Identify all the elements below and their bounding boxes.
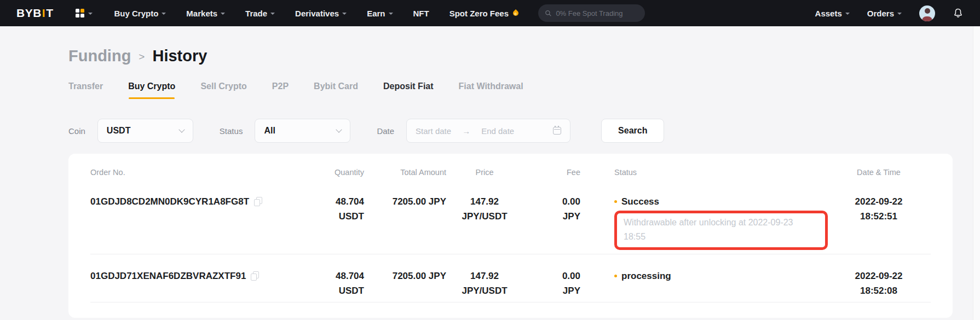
order-no-value: 01GDJD8CD2MN0DK9CYR1A8FG8T (90, 194, 249, 209)
coin-select-value: USDT (107, 126, 180, 136)
start-date-placeholder: Start date (416, 126, 451, 136)
nav-label: Assets (815, 9, 842, 18)
tab-transfer[interactable]: Transfer (68, 82, 103, 99)
logo-text: BYB (16, 7, 42, 20)
main-nav: Buy Crypto Markets Trade Derivatives Ear… (114, 9, 519, 18)
apps-menu-button[interactable] (76, 9, 93, 18)
nav-item-spot-zero-fees[interactable]: Spot Zero Fees (449, 9, 518, 18)
fee-cell: 0.00 JPY (523, 269, 580, 298)
nav-search-box[interactable] (538, 4, 645, 22)
notification-bell-icon[interactable] (953, 8, 964, 19)
fee-cell: 0.00 JPY (523, 194, 580, 224)
date-value: 2022-09-22 (827, 194, 931, 209)
bybit-logo[interactable]: BYBIT (16, 7, 54, 20)
price-unit: JPY/USDT (446, 209, 523, 224)
time-value: 18:52:51 (827, 209, 931, 224)
order-no-cell: 01GDJD71XENAF6DZBVRAZXTF91 (90, 269, 309, 283)
header-order-no: Order No. (90, 168, 309, 177)
nav-item-buy-crypto[interactable]: Buy Crypto (114, 9, 166, 18)
copy-icon[interactable] (254, 197, 262, 206)
chevron-down-icon (336, 126, 342, 132)
annotation-highlight-box: Withdrawable after unlocking at 2022-09-… (614, 211, 828, 250)
fee-unit: JPY (523, 283, 580, 298)
nav-item-nft[interactable]: NFT (413, 9, 429, 18)
status-cell: processing (580, 269, 827, 283)
nav-label: Buy Crypto (114, 9, 159, 18)
date-time-cell: 2022-09-22 18:52:08 (827, 269, 931, 298)
tab-deposit-fiat[interactable]: Deposit Fiat (383, 82, 434, 99)
coin-select[interactable]: USDT (97, 119, 193, 143)
tab-bybit-card[interactable]: Bybit Card (314, 82, 358, 99)
price-value: 147.92 (446, 194, 523, 209)
total-amount-cell: 7205.00 JPY (364, 269, 446, 283)
status-line: Success (614, 194, 827, 209)
table-row: 01GDJD71XENAF6DZBVRAZXTF91 48.704 USDT 7… (68, 254, 953, 302)
search-button[interactable]: Search (601, 119, 664, 143)
breadcrumb: Funding > History (68, 47, 953, 65)
tab-fiat-withdrawal[interactable]: Fiat Withdrawal (459, 82, 523, 99)
caret-down-icon (162, 13, 166, 15)
status-dot-icon (614, 275, 617, 277)
header-date-time: Date & Time (827, 168, 931, 177)
date-time-cell: 2022-09-22 18:52:51 (827, 194, 931, 224)
nav-label: Markets (186, 9, 217, 18)
status-select[interactable]: All (255, 119, 350, 143)
nav-item-derivatives[interactable]: Derivatives (295, 9, 347, 18)
header-price: Price (446, 168, 523, 177)
nav-item-orders[interactable]: Orders (867, 9, 902, 18)
status-value: processing (621, 269, 671, 283)
search-icon (545, 9, 551, 17)
caret-down-icon (845, 13, 850, 15)
nav-item-trade[interactable]: Trade (245, 9, 275, 18)
page-title: History (152, 47, 207, 65)
date-filter-label: Date (377, 126, 394, 136)
status-cell: Success Withdrawable after unlocking at … (580, 194, 827, 250)
status-value: Success (621, 194, 659, 209)
caret-down-icon (897, 13, 902, 15)
fee-unit: JPY (523, 209, 580, 224)
date-value: 2022-09-22 (827, 269, 931, 283)
header-total-amount: Total Amount (364, 168, 446, 177)
nav-item-earn[interactable]: Earn (367, 9, 393, 18)
history-tabs: Transfer Buy Crypto Sell Crypto P2P Bybi… (68, 82, 953, 99)
table-header-row: Order No. Quantity Total Amount Price Fe… (68, 154, 953, 180)
status-note: Withdrawable after unlocking at 2022-09-… (624, 216, 816, 244)
caret-down-icon (88, 13, 93, 15)
quantity-cell: 48.704 USDT (309, 269, 364, 298)
caret-down-icon (342, 13, 347, 15)
caret-down-icon (270, 13, 275, 15)
breadcrumb-funding[interactable]: Funding (68, 47, 131, 65)
coin-filter-label: Coin (68, 126, 85, 136)
breadcrumb-separator: > (139, 51, 145, 63)
nav-search-input[interactable] (556, 9, 638, 18)
scrollbar-track[interactable] (973, 26, 980, 320)
nav-item-assets[interactable]: Assets (815, 9, 850, 18)
price-unit: JPY/USDT (446, 283, 523, 298)
header-status: Status (580, 168, 827, 177)
price-value: 147.92 (446, 269, 523, 283)
tab-buy-crypto[interactable]: Buy Crypto (128, 82, 175, 99)
fee-value: 0.00 (523, 194, 580, 209)
date-range-picker[interactable]: Start date → End date (406, 119, 570, 143)
order-no-cell: 01GDJD8CD2MN0DK9CYR1A8FG8T (90, 194, 309, 209)
header-fee: Fee (523, 168, 580, 177)
flame-icon (512, 9, 520, 17)
top-navbar: BYBIT Buy Crypto Markets Trade Derivativ… (0, 0, 980, 26)
user-avatar[interactable] (919, 5, 935, 21)
chevron-down-icon (178, 126, 185, 132)
status-filter-label: Status (220, 126, 243, 136)
status-dot-icon (614, 200, 617, 203)
calendar-icon (553, 127, 561, 135)
price-cell: 147.92 JPY/USDT (446, 269, 523, 298)
end-date-placeholder: End date (481, 126, 514, 136)
tab-p2p[interactable]: P2P (272, 82, 289, 99)
apps-grid-icon (76, 9, 84, 18)
nav-item-markets[interactable]: Markets (186, 9, 225, 18)
status-select-value: All (264, 126, 337, 136)
caret-down-icon (221, 13, 225, 15)
fee-value: 0.00 (523, 269, 580, 283)
tab-sell-crypto[interactable]: Sell Crypto (200, 82, 246, 99)
nav-label: Orders (867, 9, 894, 18)
copy-icon[interactable] (251, 271, 259, 281)
range-arrow-icon: → (462, 126, 470, 136)
